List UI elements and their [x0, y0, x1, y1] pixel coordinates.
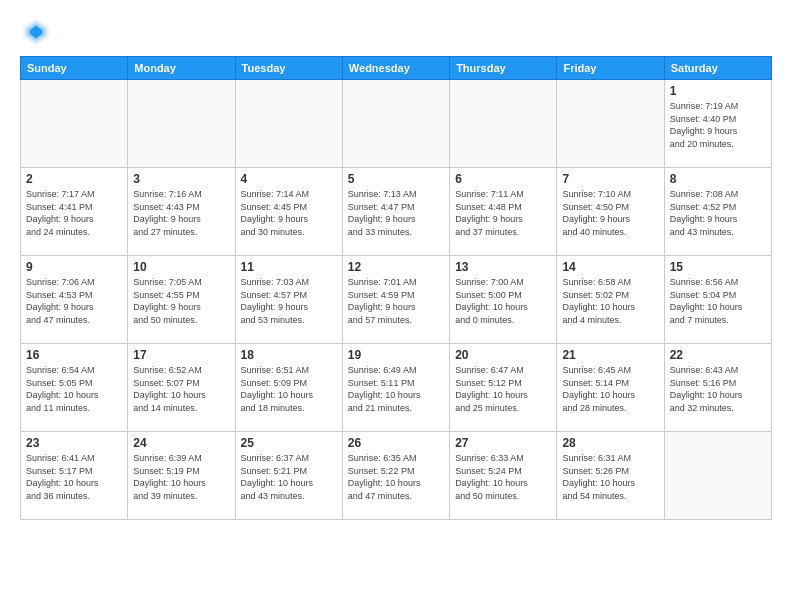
day-info: Sunrise: 7:01 AM Sunset: 4:59 PM Dayligh… [348, 276, 444, 326]
calendar-cell: 21Sunrise: 6:45 AM Sunset: 5:14 PM Dayli… [557, 344, 664, 432]
calendar-cell: 24Sunrise: 6:39 AM Sunset: 5:19 PM Dayli… [128, 432, 235, 520]
weekday-header-tuesday: Tuesday [235, 57, 342, 80]
day-info: Sunrise: 6:43 AM Sunset: 5:16 PM Dayligh… [670, 364, 766, 414]
day-number: 8 [670, 172, 766, 186]
day-info: Sunrise: 7:19 AM Sunset: 4:40 PM Dayligh… [670, 100, 766, 150]
calendar-cell: 4Sunrise: 7:14 AM Sunset: 4:45 PM Daylig… [235, 168, 342, 256]
calendar-cell: 7Sunrise: 7:10 AM Sunset: 4:50 PM Daylig… [557, 168, 664, 256]
day-info: Sunrise: 6:41 AM Sunset: 5:17 PM Dayligh… [26, 452, 122, 502]
day-number: 11 [241, 260, 337, 274]
day-info: Sunrise: 7:10 AM Sunset: 4:50 PM Dayligh… [562, 188, 658, 238]
calendar-cell: 6Sunrise: 7:11 AM Sunset: 4:48 PM Daylig… [450, 168, 557, 256]
calendar-week-2: 9Sunrise: 7:06 AM Sunset: 4:53 PM Daylig… [21, 256, 772, 344]
calendar-cell: 5Sunrise: 7:13 AM Sunset: 4:47 PM Daylig… [342, 168, 449, 256]
page: SundayMondayTuesdayWednesdayThursdayFrid… [0, 0, 792, 612]
calendar-cell [664, 432, 771, 520]
header [20, 16, 772, 48]
calendar-cell: 19Sunrise: 6:49 AM Sunset: 5:11 PM Dayli… [342, 344, 449, 432]
calendar-week-0: 1Sunrise: 7:19 AM Sunset: 4:40 PM Daylig… [21, 80, 772, 168]
weekday-header-friday: Friday [557, 57, 664, 80]
logo [20, 16, 56, 48]
day-info: Sunrise: 6:31 AM Sunset: 5:26 PM Dayligh… [562, 452, 658, 502]
day-number: 6 [455, 172, 551, 186]
calendar-week-3: 16Sunrise: 6:54 AM Sunset: 5:05 PM Dayli… [21, 344, 772, 432]
day-info: Sunrise: 7:13 AM Sunset: 4:47 PM Dayligh… [348, 188, 444, 238]
calendar-cell: 2Sunrise: 7:17 AM Sunset: 4:41 PM Daylig… [21, 168, 128, 256]
weekday-header-sunday: Sunday [21, 57, 128, 80]
calendar-cell [557, 80, 664, 168]
day-number: 25 [241, 436, 337, 450]
calendar-cell: 14Sunrise: 6:58 AM Sunset: 5:02 PM Dayli… [557, 256, 664, 344]
calendar-cell: 11Sunrise: 7:03 AM Sunset: 4:57 PM Dayli… [235, 256, 342, 344]
day-number: 22 [670, 348, 766, 362]
day-number: 24 [133, 436, 229, 450]
day-number: 26 [348, 436, 444, 450]
day-info: Sunrise: 6:56 AM Sunset: 5:04 PM Dayligh… [670, 276, 766, 326]
calendar-cell: 28Sunrise: 6:31 AM Sunset: 5:26 PM Dayli… [557, 432, 664, 520]
day-number: 17 [133, 348, 229, 362]
day-info: Sunrise: 7:00 AM Sunset: 5:00 PM Dayligh… [455, 276, 551, 326]
calendar-cell: 27Sunrise: 6:33 AM Sunset: 5:24 PM Dayli… [450, 432, 557, 520]
day-number: 5 [348, 172, 444, 186]
day-info: Sunrise: 7:11 AM Sunset: 4:48 PM Dayligh… [455, 188, 551, 238]
day-number: 16 [26, 348, 122, 362]
calendar-cell: 15Sunrise: 6:56 AM Sunset: 5:04 PM Dayli… [664, 256, 771, 344]
day-info: Sunrise: 7:14 AM Sunset: 4:45 PM Dayligh… [241, 188, 337, 238]
day-info: Sunrise: 7:16 AM Sunset: 4:43 PM Dayligh… [133, 188, 229, 238]
day-number: 7 [562, 172, 658, 186]
calendar-cell: 1Sunrise: 7:19 AM Sunset: 4:40 PM Daylig… [664, 80, 771, 168]
calendar-table: SundayMondayTuesdayWednesdayThursdayFrid… [20, 56, 772, 520]
day-number: 2 [26, 172, 122, 186]
calendar-cell: 23Sunrise: 6:41 AM Sunset: 5:17 PM Dayli… [21, 432, 128, 520]
logo-icon [20, 16, 52, 48]
day-number: 9 [26, 260, 122, 274]
day-info: Sunrise: 6:47 AM Sunset: 5:12 PM Dayligh… [455, 364, 551, 414]
day-info: Sunrise: 6:35 AM Sunset: 5:22 PM Dayligh… [348, 452, 444, 502]
day-number: 13 [455, 260, 551, 274]
calendar-cell [21, 80, 128, 168]
weekday-header-thursday: Thursday [450, 57, 557, 80]
calendar-cell [342, 80, 449, 168]
calendar-cell: 18Sunrise: 6:51 AM Sunset: 5:09 PM Dayli… [235, 344, 342, 432]
day-number: 12 [348, 260, 444, 274]
day-number: 23 [26, 436, 122, 450]
day-info: Sunrise: 7:06 AM Sunset: 4:53 PM Dayligh… [26, 276, 122, 326]
calendar-cell: 13Sunrise: 7:00 AM Sunset: 5:00 PM Dayli… [450, 256, 557, 344]
day-number: 28 [562, 436, 658, 450]
day-number: 27 [455, 436, 551, 450]
calendar-cell: 8Sunrise: 7:08 AM Sunset: 4:52 PM Daylig… [664, 168, 771, 256]
day-number: 10 [133, 260, 229, 274]
calendar-week-4: 23Sunrise: 6:41 AM Sunset: 5:17 PM Dayli… [21, 432, 772, 520]
calendar-cell: 9Sunrise: 7:06 AM Sunset: 4:53 PM Daylig… [21, 256, 128, 344]
calendar-cell: 20Sunrise: 6:47 AM Sunset: 5:12 PM Dayli… [450, 344, 557, 432]
day-info: Sunrise: 6:54 AM Sunset: 5:05 PM Dayligh… [26, 364, 122, 414]
day-info: Sunrise: 6:49 AM Sunset: 5:11 PM Dayligh… [348, 364, 444, 414]
day-number: 18 [241, 348, 337, 362]
day-info: Sunrise: 7:05 AM Sunset: 4:55 PM Dayligh… [133, 276, 229, 326]
weekday-header-monday: Monday [128, 57, 235, 80]
calendar-week-1: 2Sunrise: 7:17 AM Sunset: 4:41 PM Daylig… [21, 168, 772, 256]
calendar-cell: 22Sunrise: 6:43 AM Sunset: 5:16 PM Dayli… [664, 344, 771, 432]
calendar-cell: 17Sunrise: 6:52 AM Sunset: 5:07 PM Dayli… [128, 344, 235, 432]
day-info: Sunrise: 6:37 AM Sunset: 5:21 PM Dayligh… [241, 452, 337, 502]
day-number: 21 [562, 348, 658, 362]
calendar-cell: 3Sunrise: 7:16 AM Sunset: 4:43 PM Daylig… [128, 168, 235, 256]
calendar-cell [450, 80, 557, 168]
day-info: Sunrise: 6:58 AM Sunset: 5:02 PM Dayligh… [562, 276, 658, 326]
day-info: Sunrise: 7:03 AM Sunset: 4:57 PM Dayligh… [241, 276, 337, 326]
calendar-cell [128, 80, 235, 168]
day-number: 4 [241, 172, 337, 186]
day-info: Sunrise: 6:39 AM Sunset: 5:19 PM Dayligh… [133, 452, 229, 502]
day-number: 14 [562, 260, 658, 274]
day-info: Sunrise: 6:51 AM Sunset: 5:09 PM Dayligh… [241, 364, 337, 414]
calendar-cell: 16Sunrise: 6:54 AM Sunset: 5:05 PM Dayli… [21, 344, 128, 432]
day-number: 19 [348, 348, 444, 362]
day-number: 15 [670, 260, 766, 274]
calendar-cell: 26Sunrise: 6:35 AM Sunset: 5:22 PM Dayli… [342, 432, 449, 520]
day-number: 20 [455, 348, 551, 362]
calendar-cell: 10Sunrise: 7:05 AM Sunset: 4:55 PM Dayli… [128, 256, 235, 344]
day-info: Sunrise: 6:45 AM Sunset: 5:14 PM Dayligh… [562, 364, 658, 414]
day-info: Sunrise: 7:17 AM Sunset: 4:41 PM Dayligh… [26, 188, 122, 238]
calendar-header-row: SundayMondayTuesdayWednesdayThursdayFrid… [21, 57, 772, 80]
day-info: Sunrise: 6:52 AM Sunset: 5:07 PM Dayligh… [133, 364, 229, 414]
